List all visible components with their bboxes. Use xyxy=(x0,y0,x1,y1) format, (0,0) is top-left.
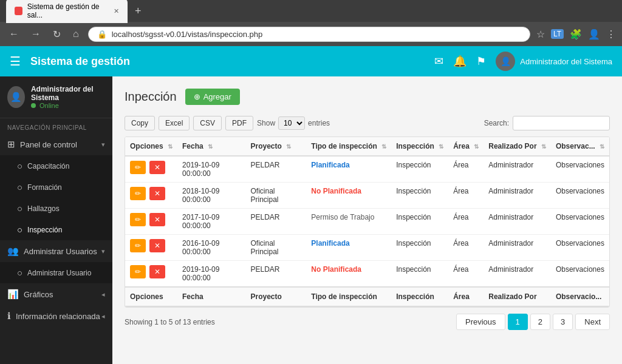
browser-chrome: Sistema de gestión de sal... ✕ + xyxy=(0,0,622,22)
page-3-button[interactable]: 3 xyxy=(553,314,573,330)
tab-title: Sistema de gestión de sal... xyxy=(27,2,109,19)
sort-icon-proyecto: ⇅ xyxy=(286,143,291,150)
col-tipo[interactable]: Tipo de inspección ⇅ xyxy=(306,137,391,156)
csv-button[interactable]: CSV xyxy=(193,116,222,130)
delete-button-0[interactable]: ✕ xyxy=(149,161,165,174)
col-area[interactable]: Área ⇅ xyxy=(448,137,484,156)
close-tab-button[interactable]: ✕ xyxy=(114,7,119,15)
back-button[interactable]: ← xyxy=(6,27,22,41)
graficos-icon: 📊 xyxy=(7,289,19,300)
sidebar-item-inspeccion[interactable]: ○ Inspección xyxy=(0,219,112,240)
edit-button-4[interactable]: ✏ xyxy=(130,265,146,278)
row-proyecto-1: Oficinal Principal xyxy=(246,183,307,209)
row-realizado-3: Administrador xyxy=(484,235,551,261)
admin-name: Administrador del Sistema xyxy=(520,57,612,66)
next-button[interactable]: Next xyxy=(575,314,610,330)
table-row: ✏ ✕ 2018-10-09 00:00:00 Oficinal Princip… xyxy=(125,183,609,209)
col-inspeccion[interactable]: Inspección ⇅ xyxy=(391,137,448,156)
add-button[interactable]: ⊕ Agregar xyxy=(185,89,240,105)
browser-tab[interactable]: Sistema de gestión de sal... ✕ xyxy=(6,0,128,23)
row-area-0: Área xyxy=(448,156,484,183)
sidebar-item-admin-usuario[interactable]: ○ Administrar Usuario xyxy=(0,262,112,283)
extension-icon[interactable]: 🧩 xyxy=(570,29,582,40)
sort-icon-fecha: ⇅ xyxy=(208,143,213,150)
sidebar-user-name: Administrador del Sistema xyxy=(31,85,105,102)
sidebar-item-panel[interactable]: ⊞ Panel de control ▾ xyxy=(0,133,112,155)
sidebar-item-info[interactable]: ℹ Información relacionada ◂ xyxy=(0,305,112,327)
row-fecha-0: 2019-10-09 00:00:00 xyxy=(177,156,245,183)
bell-icon[interactable]: 🔔 xyxy=(453,55,466,68)
row-tipo-2: Permiso de Trabajo xyxy=(306,209,391,235)
forward-button[interactable]: → xyxy=(28,27,44,41)
col-fecha[interactable]: Fecha ⇅ xyxy=(177,137,245,156)
edit-button-1[interactable]: ✏ xyxy=(130,187,146,200)
table-row: ✏ ✕ 2019-10-09 00:00:00 PELDAR Planifica… xyxy=(125,156,609,183)
sidebar-item-capacitacion[interactable]: ○ Capacitación xyxy=(0,155,112,177)
row-actions-2: ✏ ✕ xyxy=(125,209,177,235)
sort-icon-observaciones: ⇅ xyxy=(600,143,604,150)
search-box: Search: xyxy=(484,116,610,130)
address-input[interactable]: 🔒 localhost/sgsst-v0.01/vistas/inspeccio… xyxy=(88,27,530,42)
new-tab-button[interactable]: + xyxy=(135,5,142,18)
col-observaciones-label: Observac... xyxy=(556,142,595,150)
menu-dots-icon[interactable]: ⋮ xyxy=(606,29,616,40)
col-proyecto[interactable]: Proyecto ⇅ xyxy=(246,137,307,156)
bookmark-star-icon[interactable]: ☆ xyxy=(536,29,545,40)
flag-icon[interactable]: ⚑ xyxy=(476,55,486,68)
chevron-down-icon-2: ▾ xyxy=(101,248,105,255)
search-input[interactable] xyxy=(513,116,610,130)
row-actions-3: ✏ ✕ xyxy=(125,235,177,261)
hamburger-icon[interactable]: ☰ xyxy=(10,54,21,69)
envelope-icon[interactable]: ✉ xyxy=(434,55,443,68)
sidebar-item-hallazgos[interactable]: ○ Hallazgos xyxy=(0,198,112,219)
reload-button[interactable]: ↻ xyxy=(50,27,64,41)
edit-button-0[interactable]: ✏ xyxy=(130,161,146,174)
copy-button[interactable]: Copy xyxy=(125,116,155,130)
delete-button-4[interactable]: ✕ xyxy=(149,265,165,278)
page-1-button[interactable]: 1 xyxy=(508,314,528,330)
row-inspeccion-0: Inspección xyxy=(391,156,448,183)
delete-button-2[interactable]: ✕ xyxy=(149,213,165,226)
row-proyecto-4: PELDAR xyxy=(246,261,307,288)
entries-select[interactable]: 10 25 50 xyxy=(278,116,305,130)
footer-col-inspeccion: Inspección xyxy=(391,287,448,306)
sidebar-item-admin-usuarios[interactable]: 👥 Administrar Usuarios ▾ xyxy=(0,240,112,262)
lt-icon[interactable]: LT xyxy=(551,29,564,39)
pdf-button[interactable]: PDF xyxy=(225,116,253,130)
row-observaciones-1: Observaciones xyxy=(551,183,609,209)
sidebar-item-formacion[interactable]: ○ Formación xyxy=(0,177,112,198)
capacitacion-icon: ○ xyxy=(17,161,22,171)
col-inspeccion-label: Inspección xyxy=(396,142,434,150)
sidebar-item-graficos[interactable]: 📊 Gráficos ◂ xyxy=(0,283,112,305)
previous-button[interactable]: Previous xyxy=(456,314,505,330)
sidebar-item-label-hallazgos: Hallazgos xyxy=(27,204,60,213)
sort-icon-area: ⇅ xyxy=(474,143,479,150)
col-observaciones[interactable]: Observac... ⇅ xyxy=(551,137,609,156)
navbar-left: ☰ Sistema de gestión xyxy=(10,54,130,69)
col-realizado[interactable]: Realizado Por ⇅ xyxy=(484,137,551,156)
row-actions-1: ✏ ✕ xyxy=(125,183,177,209)
profile-icon[interactable]: 👤 xyxy=(588,29,600,40)
delete-button-3[interactable]: ✕ xyxy=(149,239,165,252)
chevron-down-icon: ▾ xyxy=(101,141,105,149)
col-proyecto-label: Proyecto xyxy=(251,142,282,150)
brand-title: Sistema de gestión xyxy=(30,55,130,68)
home-button[interactable]: ⌂ xyxy=(70,27,82,41)
showing-info: Showing 1 to 5 of 13 entries xyxy=(125,318,215,326)
col-opciones[interactable]: Opciones ⇅ xyxy=(125,137,177,156)
row-fecha-4: 2019-10-09 00:00:00 xyxy=(177,261,245,288)
row-tipo-4: No Planificada xyxy=(306,261,391,288)
entries-label: entries xyxy=(308,119,330,127)
sort-icon-tipo: ⇅ xyxy=(381,143,386,150)
delete-button-1[interactable]: ✕ xyxy=(149,187,165,200)
table-footer-row: Opciones Fecha Proyecto Tipo de inspecci… xyxy=(125,287,609,306)
sidebar-item-label-admin-usuarios: Administrar Usuarios xyxy=(24,247,97,256)
address-bar-row: ← → ↻ ⌂ 🔒 localhost/sgsst-v0.01/vistas/i… xyxy=(0,22,622,46)
show-entries: Show 10 25 50 entries xyxy=(257,116,330,130)
page-2-button[interactable]: 2 xyxy=(530,314,550,330)
edit-button-2[interactable]: ✏ xyxy=(130,213,146,226)
pagination: Previous 1 2 3 Next xyxy=(456,314,610,330)
top-navbar: ☰ Sistema de gestión ✉ 🔔 ⚑ 👤 Administrad… xyxy=(0,46,622,76)
excel-button[interactable]: Excel xyxy=(159,116,190,130)
edit-button-3[interactable]: ✏ xyxy=(130,239,146,252)
